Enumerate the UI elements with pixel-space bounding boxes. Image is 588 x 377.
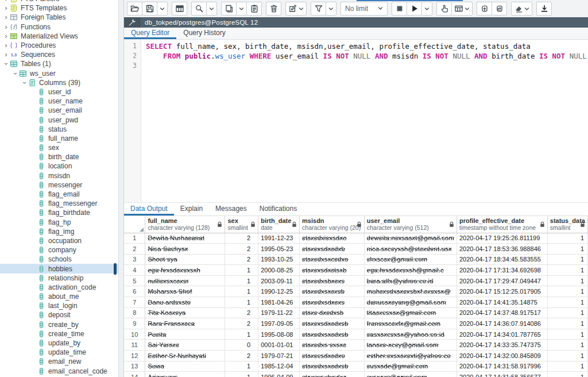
tree-expand-arrow[interactable]: ›	[3, 4, 9, 12]
sidebar-item-materialized-views[interactable]: ›Materialized Views	[0, 32, 118, 41]
cell-profile-effective-date[interactable]: 2020-04-17 14:37:48.917517	[457, 307, 548, 318]
sidebar-item-email-cancel-code[interactable]: email_cancel_code	[0, 367, 118, 376]
cell-sex[interactable]: 1	[225, 265, 258, 276]
sidebar-item-flag-img[interactable]: flag_img	[0, 227, 118, 236]
filter-button[interactable]	[311, 2, 326, 16]
cell-user-email[interactable]: sxsxsxs@gmail.com	[364, 372, 457, 377]
cell-birth-date[interactable]: 2000-08-25	[258, 265, 300, 276]
cell-sex[interactable]: 2	[225, 254, 258, 265]
sidebar-item-hobbies[interactable]: hobbies	[0, 264, 118, 273]
cell-profile-effective-date[interactable]: 2020-04-17 14:31:58.917996	[457, 361, 548, 372]
sidebar-item-deposit[interactable]: deposit	[0, 310, 118, 320]
cell-full-name[interactable]: Tita Kosxsya	[145, 307, 225, 318]
cell-sex[interactable]: 2	[225, 351, 258, 361]
cell-sex[interactable]: 1	[225, 361, 258, 372]
sidebar-item-flag-birthdate[interactable]: flag_birthdate	[0, 208, 118, 217]
sidebar-item-activation-code[interactable]: activation_code	[0, 283, 118, 292]
cancel-query-button[interactable]	[392, 2, 407, 16]
column-header-status_data[interactable]: status_datasmallint	[547, 216, 587, 233]
cell-full-name[interactable]: Pusita	[145, 329, 225, 340]
connection-icon[interactable]	[124, 17, 140, 28]
find-button[interactable]	[191, 2, 207, 16]
column-header-profile_effective_date[interactable]: profile_effective_datetimestamp without …	[457, 216, 548, 233]
cell-status-data[interactable]: 1	[547, 233, 587, 244]
cell-birth-date[interactable]: 1995-05-23	[258, 244, 300, 255]
cell-user-email[interactable]: shxscsx@gmail.com	[364, 254, 457, 265]
cell-birth-date[interactable]: 2003-09-11	[258, 275, 300, 286]
cell-birth-date[interactable]: 1996-04-09	[258, 372, 300, 377]
row-number[interactable]: 4	[124, 265, 145, 276]
cell-msisdn[interactable]: stsxsdxsxsdxsb	[300, 361, 365, 372]
sidebar-item-flag-hp[interactable]: flag_hp	[0, 218, 118, 227]
cell-full-name[interactable]: Shoot sya	[145, 254, 225, 265]
sidebar-item-user-name[interactable]: user_name	[0, 97, 118, 106]
cell-msisdn[interactable]: stsxsdxsdxsxs	[300, 297, 365, 308]
tab-query-editor[interactable]: Query Editor	[124, 28, 176, 39]
cell-status-data[interactable]: 1	[547, 340, 587, 351]
sidebar-item-sex[interactable]: sex	[0, 143, 118, 152]
tree-expand-arrow[interactable]: ›	[3, 32, 9, 40]
copy-button[interactable]	[221, 2, 237, 16]
row-number[interactable]: 3	[124, 254, 145, 265]
cell-status-data[interactable]: 1	[547, 361, 587, 372]
cell-user-email[interactable]: esther.sxsxsxsxti@yahoo.co	[364, 351, 457, 361]
cell-user-email[interactable]: sasxsxcsxsx@yahoo.co.id	[364, 329, 457, 340]
cell-birth-date[interactable]: 1979-11-22	[258, 307, 300, 318]
cell-full-name[interactable]: Arisxs sxs	[145, 372, 225, 377]
cell-birth-date[interactable]: 1997-09-05	[258, 318, 300, 329]
sidebar-item-user-pwd[interactable]: user_pwd	[0, 115, 118, 124]
cell-status-data[interactable]: 1	[547, 254, 587, 265]
cell-birth-date[interactable]: 1991-12-23	[258, 233, 300, 244]
cell-birth-date[interactable]: 1993-10-25	[258, 254, 300, 265]
filter-options-button[interactable]	[326, 2, 336, 16]
cell-full-name[interactable]: Sai Yarsxs	[145, 340, 225, 351]
row-number[interactable]: 7	[124, 297, 145, 308]
cell-profile-effective-date[interactable]: 2020-04-17 17:29:47.049447	[457, 275, 548, 286]
sql-editor[interactable]: 123 SELECT full_name, sex, birth_date, m…	[124, 40, 588, 202]
sidebar-item-flag-messenger[interactable]: flag_messenger	[0, 199, 118, 208]
cell-user-email[interactable]: ega.fexsdsxsxsh@gmail.c	[364, 265, 457, 276]
cell-status-data[interactable]: 1	[547, 307, 587, 318]
clear-button[interactable]	[511, 2, 532, 16]
cell-sex[interactable]: 1	[225, 329, 258, 340]
cell-msisdn[interactable]: stsxsxs dxsdxs	[300, 372, 365, 377]
tree-expand-arrow[interactable]: ›	[21, 79, 29, 86]
sidebar-item-ws-user[interactable]: ›ws_user	[0, 69, 118, 78]
save-data-changes-button[interactable]	[172, 2, 187, 16]
cell-profile-effective-date[interactable]: 2020-04-17 15:12:25.017905	[457, 286, 548, 297]
tree-expand-arrow[interactable]: ›	[3, 41, 9, 49]
cell-user-email[interactable]: tansxs-xcsy@gmail.com	[364, 340, 457, 351]
tree-expand-arrow[interactable]: ›	[3, 0, 9, 3]
sidebar-item-last-login[interactable]: last_login	[0, 301, 118, 310]
cell-msisdn[interactable]: stsxsdxisxsdxo	[300, 233, 365, 244]
cell-msisdn[interactable]: stsxs dxsdxsb	[300, 307, 365, 318]
execute-options-button[interactable]	[421, 2, 432, 16]
cell-user-email[interactable]: titasxcsxsx@gmail.com	[364, 307, 457, 318]
cell-status-data[interactable]: 1	[547, 351, 587, 361]
sidebar-item-relationship[interactable]: relationship	[0, 274, 118, 283]
cell-profile-effective-date[interactable]: 2020-04-17 14:31:58.356677	[457, 372, 548, 377]
cell-msisdn[interactable]: stsxsxsdxsdxsb	[300, 318, 365, 329]
sql-line[interactable]	[146, 61, 588, 71]
row-limit-select[interactable]: No limit	[341, 2, 388, 16]
edit-button[interactable]	[285, 2, 307, 16]
cell-status-data[interactable]: 1	[547, 372, 587, 377]
cell-full-name[interactable]: Rara Fransxsca	[145, 318, 225, 329]
sidebar-item-company[interactable]: company	[0, 245, 118, 255]
cell-birth-date[interactable]: 1995-08-08	[258, 329, 300, 340]
sidebar-item-foreign-tables[interactable]: ›Foreign Tables	[0, 13, 118, 22]
cell-profile-effective-date[interactable]: 2020-04-17 14:33:35.747375	[457, 340, 548, 351]
cell-user-email[interactable]: nica.sxcsyxsh@stsxdent.usx	[364, 244, 457, 255]
tree-expand-arrow[interactable]: ›	[11, 70, 20, 76]
sidebar-item-user-email[interactable]: user_email	[0, 106, 118, 115]
commit-button[interactable]	[477, 2, 492, 16]
tree-expand-arrow[interactable]: ›	[3, 51, 9, 59]
cell-full-name[interactable]: ega fexsdsxsxsxh	[145, 265, 225, 276]
sidebar-item-create-by[interactable]: create_by	[0, 320, 118, 329]
row-number[interactable]: 8	[124, 307, 145, 318]
cell-sex[interactable]: 2	[225, 318, 258, 329]
cell-full-name[interactable]: Esther Sr Nurhayati	[145, 351, 225, 361]
cell-msisdn[interactable]: stsxsxsdxsdxb	[300, 244, 365, 255]
cell-sex[interactable]: 0	[225, 340, 258, 351]
cell-status-data[interactable]: 1	[547, 318, 587, 329]
